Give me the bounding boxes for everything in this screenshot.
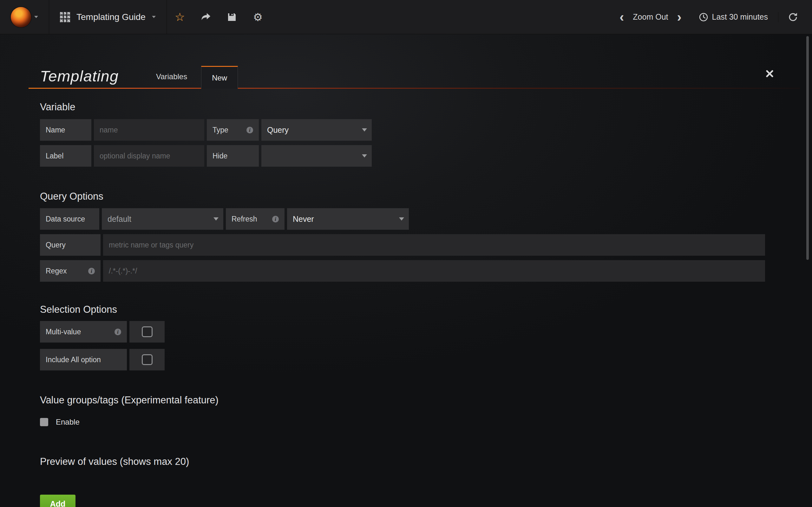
time-range-button[interactable]: Last 30 minutes bbox=[688, 12, 776, 22]
regex-label: Regex i bbox=[40, 260, 101, 282]
info-icon[interactable]: i bbox=[247, 127, 253, 133]
add-button[interactable]: Add bbox=[40, 495, 75, 507]
info-icon[interactable]: i bbox=[88, 268, 95, 274]
grafana-menu-button[interactable] bbox=[0, 0, 49, 34]
tab-underline bbox=[29, 88, 800, 89]
type-label-text: Type bbox=[212, 126, 229, 134]
data-source-select-value: default bbox=[107, 215, 131, 224]
clock-icon bbox=[699, 12, 708, 22]
type-select[interactable]: Query bbox=[261, 119, 372, 141]
data-source-label: Data source bbox=[40, 208, 99, 230]
grafana-logo bbox=[11, 7, 31, 27]
zoom-out-button[interactable]: Zoom Out bbox=[630, 12, 670, 21]
info-icon[interactable]: i bbox=[114, 329, 121, 335]
dashboard-title: Templating Guide bbox=[77, 12, 146, 22]
multi-value-label: Multi-value i bbox=[40, 321, 127, 343]
regex-label-text: Regex bbox=[46, 267, 67, 275]
refresh-select[interactable]: Never bbox=[287, 208, 409, 230]
multi-value-checkbox-cell bbox=[130, 321, 165, 343]
chevron-down-icon bbox=[152, 16, 156, 18]
include-all-checkbox[interactable] bbox=[142, 354, 153, 365]
include-all-label: Include All option bbox=[40, 349, 127, 371]
templating-page: Templating Variables New Variable Name T… bbox=[0, 63, 812, 507]
name-input[interactable] bbox=[94, 119, 204, 141]
chevron-right-icon: › bbox=[677, 9, 681, 24]
variable-section-heading: Variable bbox=[40, 101, 800, 113]
tab-new[interactable]: New bbox=[201, 66, 238, 89]
multi-value-checkbox[interactable] bbox=[142, 326, 153, 337]
chevron-left-icon: ‹ bbox=[619, 9, 624, 24]
hide-select[interactable] bbox=[261, 145, 372, 167]
hide-label: Hide bbox=[207, 145, 259, 167]
value-groups-heading: Value groups/tags (Experimental feature) bbox=[40, 395, 800, 406]
name-label: Name bbox=[40, 119, 91, 141]
share-dashboard-button[interactable] bbox=[193, 0, 219, 34]
query-options-form: Data source default Refresh i Never Quer… bbox=[40, 208, 765, 282]
regex-input[interactable] bbox=[103, 260, 765, 282]
star-icon: ☆ bbox=[175, 11, 185, 23]
refresh-icon bbox=[788, 12, 798, 22]
dashboard-title-button[interactable]: Templating Guide bbox=[49, 0, 167, 34]
data-source-select[interactable]: default bbox=[102, 208, 223, 230]
enable-label: Enable bbox=[56, 418, 80, 427]
gear-icon: ⚙ bbox=[253, 12, 263, 22]
refresh-select-value: Never bbox=[293, 215, 314, 224]
refresh-label: Refresh i bbox=[226, 208, 285, 230]
chevron-down-icon bbox=[34, 16, 38, 18]
query-input[interactable] bbox=[103, 234, 765, 256]
query-options-heading: Query Options bbox=[40, 191, 800, 202]
templating-header: Templating Variables New bbox=[29, 63, 800, 89]
enable-checkbox[interactable] bbox=[40, 418, 48, 426]
scrollbar[interactable] bbox=[806, 36, 809, 260]
save-dashboard-button[interactable] bbox=[219, 0, 245, 34]
info-icon[interactable]: i bbox=[272, 216, 279, 222]
chevron-down-icon bbox=[399, 217, 404, 221]
label-input[interactable] bbox=[94, 145, 204, 167]
time-forward-button[interactable]: › bbox=[671, 10, 688, 24]
navbar: Templating Guide ☆ ⚙ ‹ Zoom Out › Last 3… bbox=[0, 0, 812, 34]
label-label: Label bbox=[40, 145, 91, 167]
preview-heading: Preview of values (shows max 20) bbox=[40, 456, 800, 467]
refresh-label-text: Refresh bbox=[232, 215, 257, 223]
chevron-down-icon bbox=[362, 128, 367, 131]
dashboard-grid-icon bbox=[60, 12, 70, 22]
variable-form: Name Type i Query Label Hide bbox=[40, 119, 765, 167]
dashboard-settings-button[interactable]: ⚙ bbox=[245, 0, 271, 34]
tab-variables[interactable]: Variables bbox=[156, 72, 187, 89]
refresh-button[interactable] bbox=[778, 12, 798, 22]
time-back-button[interactable]: ‹ bbox=[613, 10, 630, 24]
star-dashboard-button[interactable]: ☆ bbox=[167, 0, 193, 34]
time-range-label: Last 30 minutes bbox=[712, 12, 768, 21]
type-select-value: Query bbox=[267, 125, 289, 135]
navbar-timepicker-group: ‹ Zoom Out › Last 30 minutes bbox=[613, 0, 812, 34]
enable-row: Enable bbox=[40, 418, 800, 426]
selection-options-form: Multi-value i Include All option bbox=[40, 321, 765, 371]
include-all-checkbox-cell bbox=[130, 349, 165, 371]
close-icon[interactable] bbox=[765, 69, 774, 78]
chevron-down-icon bbox=[213, 217, 218, 221]
type-label: Type i bbox=[207, 119, 259, 141]
query-label: Query bbox=[40, 234, 101, 256]
share-icon bbox=[200, 12, 211, 22]
multi-value-label-text: Multi-value bbox=[46, 328, 81, 336]
page-title: Templating bbox=[40, 67, 119, 89]
chevron-down-icon bbox=[362, 154, 367, 158]
save-icon bbox=[227, 12, 237, 22]
selection-options-heading: Selection Options bbox=[40, 304, 800, 315]
